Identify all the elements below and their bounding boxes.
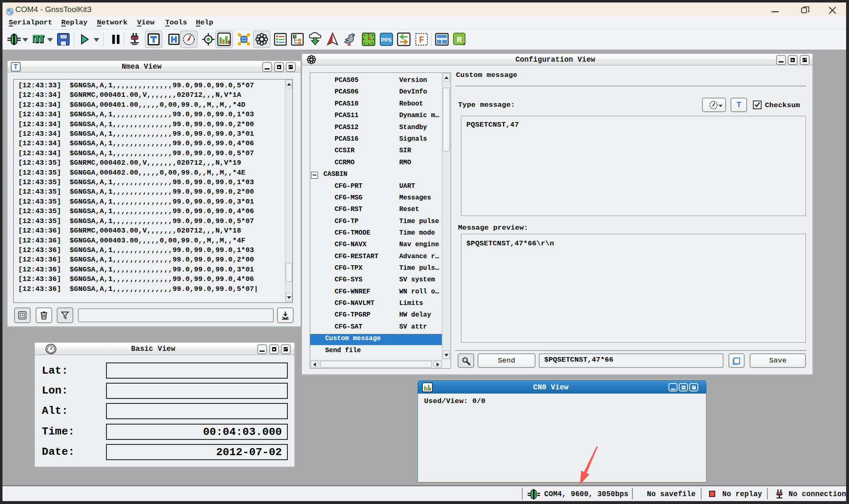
svg-text:R: R (457, 35, 462, 45)
svg-text:PPS: PPS (381, 37, 392, 43)
svg-text:F: F (419, 35, 424, 46)
